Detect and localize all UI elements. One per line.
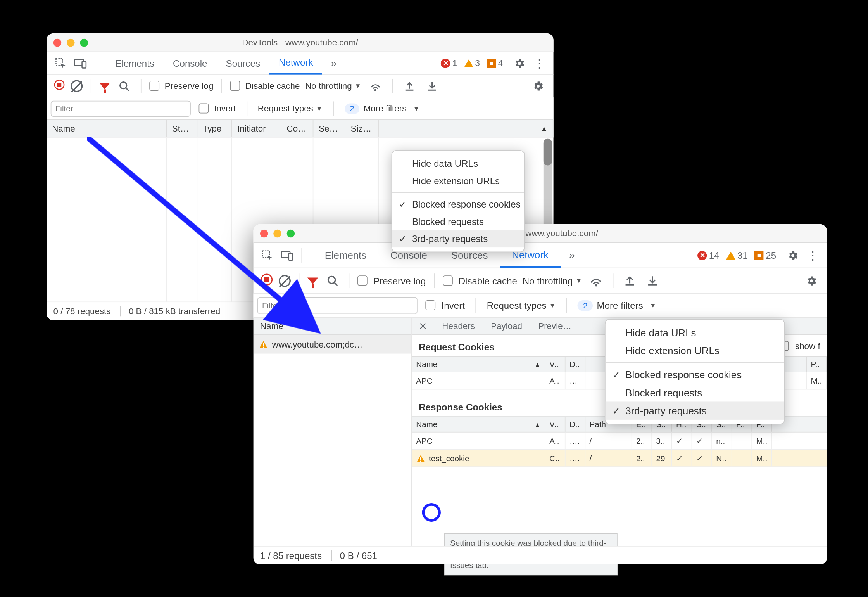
filter-toggle-icon[interactable] (99, 82, 110, 89)
tab-elements[interactable]: Elements (106, 52, 164, 74)
preserve-log-checkbox[interactable]: Preserve log (149, 81, 213, 91)
clear-button[interactable] (71, 80, 83, 92)
upload-har-icon[interactable] (400, 77, 418, 95)
record-button[interactable] (53, 79, 66, 93)
disable-cache-checkbox[interactable]: Disable cache (230, 81, 300, 91)
errors-count[interactable]: ✕14 (698, 250, 720, 261)
tab-sources[interactable]: Sources (217, 52, 269, 74)
panel-tabs: Elements Console Sources Network » ✕14 3… (254, 243, 827, 268)
col-se[interactable]: Se… (313, 120, 345, 137)
svg-rect-17 (263, 343, 264, 346)
col-name[interactable]: Name▲ (412, 357, 545, 372)
filter-row: Invert Request types▼ 2More filters▼ (47, 97, 553, 120)
preserve-log-checkbox[interactable]: Preserve log (357, 275, 426, 286)
col-name[interactable]: Name (47, 120, 167, 137)
menu-3rd-party-requests[interactable]: 3rd-party requests (606, 401, 784, 419)
minimize-icon[interactable] (67, 38, 75, 47)
detail-tab-payload[interactable]: Payload (483, 321, 530, 331)
col-name[interactable]: Name▲ (412, 417, 545, 432)
detail-tab-headers[interactable]: Headers (434, 321, 483, 331)
svg-line-15 (334, 283, 337, 286)
tab-console[interactable]: Console (164, 52, 217, 74)
svg-rect-19 (420, 457, 421, 460)
svg-rect-20 (420, 460, 421, 462)
more-tabs-icon[interactable]: » (325, 54, 342, 72)
inspect-icon[interactable] (52, 54, 69, 72)
download-har-icon[interactable] (423, 77, 441, 95)
svg-point-16 (595, 284, 597, 286)
network-controls: Preserve log Disable cache No throttling… (47, 75, 553, 97)
menu-blocked-requests[interactable]: Blocked requests (392, 213, 524, 230)
throttling-select[interactable]: No throttling▼ (305, 81, 361, 91)
settings-icon[interactable] (511, 54, 528, 72)
menu-hide-data-urls[interactable]: Hide data URLs (606, 324, 784, 341)
col-status[interactable]: St… (167, 120, 197, 137)
device-toggle-icon[interactable] (72, 54, 90, 72)
transfer-size: 0 B / 651 (331, 550, 377, 561)
cookie-row-blocked[interactable]: test_cookie C.. …. / 2.. 29 ✓ ✓ N.. M.. (412, 450, 827, 467)
network-settings-icon[interactable] (803, 272, 820, 289)
svg-line-6 (126, 88, 129, 90)
invert-checkbox[interactable]: Invert (425, 300, 465, 311)
arrow-annotation (87, 137, 333, 344)
throttling-select[interactable]: No throttling▼ (523, 275, 582, 286)
settings-icon[interactable] (784, 247, 802, 264)
network-settings-icon[interactable] (530, 77, 547, 95)
svg-rect-2 (82, 61, 86, 67)
more-filters-dropdown[interactable]: 2More filters▼ (344, 103, 419, 114)
col-co[interactable]: Co… (281, 120, 314, 137)
menu-blocked-response-cookies[interactable]: Blocked response cookies (606, 366, 784, 384)
menu-hide-extension-urls[interactable]: Hide extension URLs (606, 342, 784, 360)
upload-har-icon[interactable] (621, 272, 639, 289)
download-har-icon[interactable] (644, 272, 661, 289)
window-title: DevTools - www.youtube.com/ (88, 37, 512, 47)
warnings-count[interactable]: 3 (464, 58, 480, 68)
zoom-icon[interactable] (80, 38, 88, 47)
close-detail-icon[interactable]: ✕ (412, 320, 434, 332)
disable-cache-checkbox[interactable]: Disable cache (442, 275, 517, 286)
svg-rect-18 (263, 347, 264, 348)
status-bar: 1 / 85 requests 0 B / 651 (254, 546, 827, 564)
menu-hide-extension-urls[interactable]: Hide extension URLs (392, 172, 524, 190)
menu-blocked-requests[interactable]: Blocked requests (606, 384, 784, 401)
titlebar: DevTools - www.youtube.com/ (254, 224, 827, 243)
menu-hide-data-urls[interactable]: Hide data URLs (392, 155, 524, 172)
close-icon[interactable] (53, 38, 62, 47)
table-header: Name St… Type Initiator Co… Se… Siz… ▲ (47, 120, 553, 138)
tab-network[interactable]: Network (269, 52, 322, 74)
network-controls: Preserve log Disable cache No throttling… (254, 268, 827, 293)
more-tabs-icon[interactable]: » (563, 247, 581, 264)
network-conditions-icon[interactable] (366, 77, 384, 95)
warnings-count[interactable]: 31 (726, 250, 748, 261)
col-initiator[interactable]: Initiator (232, 120, 281, 137)
request-list: Name www.youtube.com;dc… (254, 318, 412, 546)
cookie-row[interactable]: APC A.. …. / 2.. 3.. ✓ ✓ n.. M.. (412, 433, 827, 450)
request-cookies-title: Request Cookies (412, 335, 501, 356)
info-count[interactable]: ■25 (754, 250, 776, 261)
window-title: DevTools - www.youtube.com/ (295, 228, 785, 238)
warning-icon (416, 454, 425, 462)
menu-3rd-party-requests[interactable]: 3rd-party requests (392, 230, 524, 247)
col-type[interactable]: Type (197, 120, 232, 137)
sort-icon[interactable]: ▲ (541, 125, 547, 132)
filter-input[interactable] (51, 100, 191, 116)
menu-blocked-response-cookies[interactable]: Blocked response cookies (392, 196, 524, 213)
kebab-menu-icon[interactable]: ⋮ (804, 247, 821, 264)
errors-count[interactable]: ✕1 (441, 58, 457, 68)
detail-tab-preview[interactable]: Previe… (530, 321, 580, 331)
request-types-dropdown[interactable]: Request types▼ (487, 300, 556, 311)
col-size[interactable]: Siz… (345, 120, 379, 137)
svg-line-8 (87, 137, 317, 331)
show-filtered-checkbox[interactable]: show f (779, 341, 820, 351)
invert-checkbox[interactable]: Invert (199, 104, 236, 114)
request-types-dropdown[interactable]: Request types▼ (258, 104, 323, 114)
search-icon[interactable] (116, 77, 133, 95)
devtools-window-2: DevTools - www.youtube.com/ Elements Con… (254, 224, 827, 564)
network-conditions-icon[interactable] (587, 272, 605, 289)
svg-point-7 (374, 89, 376, 91)
requests-count: 1 / 85 requests (260, 550, 322, 561)
titlebar: DevTools - www.youtube.com/ (47, 33, 553, 52)
more-filters-dropdown[interactable]: 2More filters▼ (578, 300, 656, 311)
kebab-menu-icon[interactable]: ⋮ (531, 54, 548, 72)
info-count[interactable]: ■4 (487, 58, 503, 68)
